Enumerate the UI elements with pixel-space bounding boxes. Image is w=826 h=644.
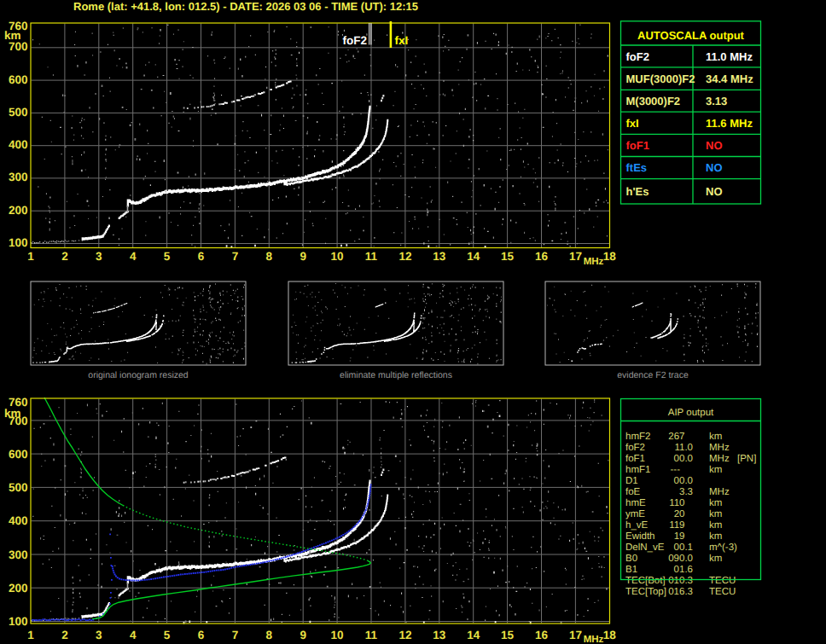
svg-text:6: 6 <box>198 629 205 641</box>
svg-text:foF2: foF2 <box>625 443 645 453</box>
svg-text:11.6 MHz: 11.6 MHz <box>706 117 753 130</box>
svg-text:500: 500 <box>9 481 28 494</box>
svg-text:km: km <box>709 498 722 508</box>
svg-text:Rome (lat: +41.8, lon: 012.5): Rome (lat: +41.8, lon: 012.5) - DATE: 20… <box>73 0 418 13</box>
svg-text:3.3: 3.3 <box>679 487 693 497</box>
svg-text:5: 5 <box>164 629 171 641</box>
svg-text:016.3: 016.3 <box>668 587 693 597</box>
svg-text:19: 19 <box>674 531 685 542</box>
svg-text:13: 13 <box>433 250 446 263</box>
svg-text:11.0: 11.0 <box>674 443 693 453</box>
svg-text:100: 100 <box>9 236 28 249</box>
svg-text:DelN_vE: DelN_vE <box>625 542 665 553</box>
svg-text:MHz: MHz <box>709 487 730 497</box>
svg-text:NO: NO <box>706 139 723 152</box>
svg-text:100: 100 <box>9 615 28 628</box>
svg-text:TEC[Bot]: TEC[Bot] <box>625 576 666 586</box>
svg-text:600: 600 <box>9 448 28 461</box>
svg-text:300: 300 <box>9 548 28 561</box>
svg-text:500: 500 <box>9 106 28 119</box>
svg-text:16: 16 <box>535 629 549 641</box>
svg-text:M(3000)F2: M(3000)F2 <box>626 95 681 107</box>
svg-text:9: 9 <box>300 250 306 263</box>
svg-text:2: 2 <box>61 250 68 263</box>
svg-text:1: 1 <box>27 250 34 263</box>
svg-text:12: 12 <box>398 250 411 263</box>
svg-text:MHz: MHz <box>584 257 604 267</box>
svg-text:00.0: 00.0 <box>674 476 693 486</box>
svg-text:8: 8 <box>266 629 273 641</box>
svg-text:267: 267 <box>668 432 684 442</box>
svg-text:13: 13 <box>433 629 446 641</box>
svg-text:17: 17 <box>569 629 582 641</box>
svg-text:---: --- <box>671 465 681 475</box>
svg-text:7: 7 <box>232 629 239 641</box>
svg-text:16: 16 <box>535 250 549 263</box>
svg-text:010.3: 010.3 <box>668 576 693 586</box>
svg-text:9: 9 <box>300 629 306 641</box>
svg-text:km: km <box>709 520 722 531</box>
svg-text:TEC[Top]: TEC[Top] <box>625 587 666 597</box>
svg-text:AIP output: AIP output <box>668 408 714 418</box>
svg-text:ymE: ymE <box>625 509 645 519</box>
svg-text:hmE: hmE <box>625 498 646 508</box>
svg-text:MHz: MHz <box>584 635 604 644</box>
svg-text:11: 11 <box>365 250 378 263</box>
svg-text:NO: NO <box>706 185 723 198</box>
svg-text:D1: D1 <box>625 476 638 486</box>
svg-text:4: 4 <box>130 250 137 263</box>
svg-text:Ewidth: Ewidth <box>625 531 655 542</box>
svg-text:foF2: foF2 <box>343 34 368 47</box>
svg-text:km: km <box>709 465 722 475</box>
svg-text:km: km <box>4 407 21 420</box>
svg-text:3: 3 <box>96 250 102 263</box>
svg-text:1: 1 <box>27 629 34 641</box>
svg-text:MHz: MHz <box>709 443 730 453</box>
svg-text:01.6: 01.6 <box>674 565 693 575</box>
svg-text:2: 2 <box>61 629 68 641</box>
svg-text:[PN]: [PN] <box>737 454 756 464</box>
svg-text:7: 7 <box>232 250 239 263</box>
svg-text:10: 10 <box>331 629 344 641</box>
svg-text:14: 14 <box>467 629 480 641</box>
svg-text:110: 110 <box>669 498 684 508</box>
svg-text:11: 11 <box>365 629 378 641</box>
svg-text:m^(-3): m^(-3) <box>709 542 737 553</box>
svg-text:h_vE: h_vE <box>625 520 649 531</box>
svg-text:15: 15 <box>501 629 515 641</box>
svg-text:18: 18 <box>603 250 617 263</box>
svg-text:foE: foE <box>625 487 641 497</box>
svg-text:TECU: TECU <box>709 576 736 586</box>
svg-text:km: km <box>709 531 722 542</box>
svg-text:km: km <box>709 509 722 519</box>
svg-text:11.0 MHz: 11.0 MHz <box>706 50 753 63</box>
svg-text:fxI: fxI <box>395 34 409 47</box>
svg-text:00.1: 00.1 <box>674 542 693 553</box>
svg-text:foF2: foF2 <box>626 50 649 63</box>
svg-text:119: 119 <box>669 520 684 531</box>
svg-text:20: 20 <box>674 509 685 519</box>
svg-text:18: 18 <box>603 629 617 641</box>
svg-text:h'Es: h'Es <box>626 185 649 198</box>
svg-text:090.0: 090.0 <box>668 554 693 564</box>
svg-text:6: 6 <box>198 250 205 263</box>
svg-text:hmF2: hmF2 <box>625 432 650 442</box>
svg-text:km: km <box>709 432 722 442</box>
svg-text:12: 12 <box>398 629 411 641</box>
svg-text:B0: B0 <box>625 554 637 564</box>
svg-text:15: 15 <box>501 250 515 263</box>
svg-text:300: 300 <box>9 171 28 183</box>
svg-text:AUTOSCALA output: AUTOSCALA output <box>637 29 745 42</box>
svg-text:original ionogram resized: original ionogram resized <box>88 370 188 380</box>
svg-text:NO: NO <box>706 161 723 174</box>
svg-text:10: 10 <box>331 250 344 263</box>
svg-text:00.0: 00.0 <box>674 454 693 464</box>
svg-text:foF1: foF1 <box>626 139 649 152</box>
svg-text:km: km <box>709 554 722 564</box>
svg-text:400: 400 <box>9 514 28 527</box>
svg-text:200: 200 <box>9 582 28 595</box>
svg-text:600: 600 <box>9 73 28 86</box>
svg-text:MHz: MHz <box>709 454 730 464</box>
svg-text:4: 4 <box>130 629 137 641</box>
svg-text:3: 3 <box>96 629 102 641</box>
